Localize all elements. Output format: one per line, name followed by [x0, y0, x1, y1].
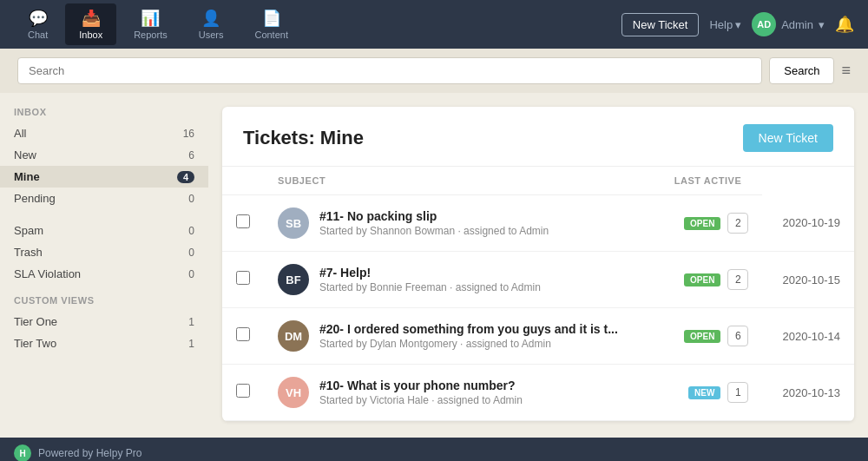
- sidebar-label-mine: Mine: [14, 170, 40, 183]
- last-active-date: 2020-10-19: [762, 195, 854, 252]
- search-input[interactable]: [17, 57, 762, 84]
- sidebar-label-new: New: [14, 148, 36, 161]
- last-active-date: 2020-10-15: [762, 252, 854, 308]
- avatar: AD: [752, 12, 776, 36]
- ticket-meta: Started by Shannon Bowman · assigned to …: [319, 225, 549, 237]
- table-row[interactable]: DM#20- I ordered something from you guys…: [222, 308, 854, 365]
- chevron-down-icon: ▾: [819, 18, 825, 31]
- users-icon: 👤: [201, 9, 220, 28]
- ticket-info: VH#10- What is your phone number?Started…: [278, 377, 644, 408]
- sidebar-item-trash[interactable]: Trash 0: [0, 241, 208, 263]
- footer: H Powered by Helpy Pro: [0, 438, 868, 461]
- avatar: VH: [278, 377, 309, 408]
- nav-item-content[interactable]: 📄 Content: [240, 3, 302, 45]
- nav-label-chat: Chat: [28, 30, 48, 40]
- inbox-icon: 📥: [82, 9, 101, 28]
- ticket-text: #11- No packing slipStarted by Shannon B…: [319, 209, 549, 237]
- sidebar-label-spam: Spam: [14, 224, 43, 237]
- status-badge: NEW: [688, 386, 720, 399]
- inbox-section-label: INBOX: [0, 107, 208, 122]
- ticket-status-area: OPEN6: [672, 326, 748, 346]
- table-row[interactable]: BF#7- Help!Started by Bonnie Freeman · a…: [222, 252, 854, 308]
- help-button[interactable]: Help ▾: [709, 18, 741, 31]
- avatar: DM: [278, 320, 309, 352]
- nav-item-chat[interactable]: 💬 Chat: [14, 3, 62, 45]
- sidebar-item-new[interactable]: New 6: [0, 144, 208, 166]
- ticket-info: SB#11- No packing slipStarted by Shannon…: [278, 207, 644, 239]
- reports-icon: 📊: [141, 9, 160, 28]
- content-icon: 📄: [262, 9, 281, 28]
- sidebar-item-spam[interactable]: Spam 0: [0, 220, 208, 241]
- ticket-subject: #11- No packing slip: [319, 209, 549, 223]
- avatar: SB: [278, 207, 309, 239]
- sidebar-item-sla[interactable]: SLA Violation 0: [0, 263, 208, 285]
- status-badge: OPEN: [684, 217, 720, 230]
- ticket-text: #7- Help!Started by Bonnie Freeman · ass…: [319, 266, 541, 293]
- content-area: Tickets: Mine New Ticket SUBJECT LAST AC…: [208, 93, 868, 438]
- sidebar-label-tier-two: Tier Two: [14, 337, 56, 350]
- sidebar-count-pending: 0: [188, 193, 194, 205]
- custom-views-label: CUSTOM VIEWS: [0, 295, 208, 311]
- col-checkbox-header: [222, 167, 264, 195]
- sidebar-count-mine: 4: [177, 171, 194, 183]
- admin-menu-button[interactable]: AD Admin ▾: [752, 12, 825, 36]
- ticket-meta: Started by Victoria Hale · assigned to A…: [319, 394, 523, 406]
- col-last-active-header: LAST ACTIVE: [658, 167, 762, 195]
- search-button[interactable]: Search: [769, 57, 834, 84]
- footer-logo: H: [14, 445, 31, 461]
- sidebar-divider-2: [0, 285, 208, 295]
- sidebar-divider: [0, 209, 208, 220]
- new-ticket-button[interactable]: New Ticket: [621, 13, 700, 36]
- row-checkbox[interactable]: [236, 214, 250, 228]
- tickets-table: SUBJECT LAST ACTIVE SB#11- No packing sl…: [222, 167, 854, 421]
- sidebar-item-tier-one[interactable]: Tier One 1: [0, 311, 208, 333]
- nav-items-right: New Ticket Help ▾ AD Admin ▾ 🔔: [621, 12, 854, 36]
- sidebar-count-spam: 0: [188, 225, 194, 237]
- tickets-title: Tickets: Mine: [243, 127, 364, 149]
- reply-count: 2: [727, 269, 748, 290]
- sidebar-count-tier-one: 1: [188, 316, 194, 328]
- nav-label-users: Users: [199, 30, 224, 40]
- row-checkbox[interactable]: [236, 327, 250, 341]
- nav-label-content: Content: [254, 30, 288, 40]
- avatar: BF: [278, 264, 309, 295]
- top-navigation: 💬 Chat 📥 Inbox 📊 Reports 👤 Users 📄 Conte…: [0, 0, 868, 49]
- last-active-date: 2020-10-13: [762, 365, 854, 421]
- row-checkbox[interactable]: [236, 384, 250, 398]
- nav-item-inbox[interactable]: 📥 Inbox: [65, 3, 116, 45]
- sidebar-count-new: 6: [188, 149, 194, 161]
- ticket-text: #20- I ordered something from you guys a…: [319, 322, 618, 350]
- sidebar-label-all: All: [14, 127, 26, 140]
- nav-label-reports: Reports: [134, 30, 168, 40]
- table-row[interactable]: SB#11- No packing slipStarted by Shannon…: [222, 195, 854, 252]
- sidebar-label-tier-one: Tier One: [14, 315, 57, 328]
- sidebar-label-trash: Trash: [14, 246, 43, 259]
- sidebar-count-trash: 0: [188, 247, 194, 259]
- row-checkbox[interactable]: [236, 271, 250, 285]
- nav-item-reports[interactable]: 📊 Reports: [120, 3, 181, 45]
- sidebar-item-tier-two[interactable]: Tier Two 1: [0, 333, 208, 354]
- ticket-subject: #20- I ordered something from you guys a…: [319, 322, 618, 336]
- sidebar-item-pending[interactable]: Pending 0: [0, 188, 208, 209]
- sidebar-item-mine[interactable]: Mine 4: [0, 166, 208, 188]
- table-row[interactable]: VH#10- What is your phone number?Started…: [222, 365, 854, 421]
- notification-bell-icon[interactable]: 🔔: [835, 15, 854, 34]
- new-ticket-blue-button[interactable]: New Ticket: [743, 124, 833, 152]
- ticket-text: #10- What is your phone number?Started b…: [319, 379, 523, 406]
- status-badge: OPEN: [684, 330, 720, 343]
- filter-icon[interactable]: ≡: [841, 62, 851, 80]
- ticket-status-area: NEW1: [672, 382, 748, 403]
- sidebar-count-sla: 0: [188, 268, 194, 280]
- chevron-down-icon: ▾: [735, 18, 741, 31]
- sidebar: INBOX All 16 New 6 Mine 4 Pending 0 Spam…: [0, 93, 208, 438]
- nav-label-inbox: Inbox: [79, 30, 102, 40]
- nav-items-left: 💬 Chat 📥 Inbox 📊 Reports 👤 Users 📄 Conte…: [14, 3, 302, 45]
- nav-item-users[interactable]: 👤 Users: [185, 3, 238, 45]
- sidebar-item-all[interactable]: All 16: [0, 122, 208, 144]
- main-layout: INBOX All 16 New 6 Mine 4 Pending 0 Spam…: [0, 93, 868, 438]
- ticket-subject: #7- Help!: [319, 266, 541, 280]
- ticket-meta: Started by Bonnie Freeman · assigned to …: [319, 281, 541, 293]
- ticket-subject: #10- What is your phone number?: [319, 379, 523, 392]
- sidebar-label-sla: SLA Violation: [14, 267, 81, 280]
- reply-count: 2: [727, 213, 748, 234]
